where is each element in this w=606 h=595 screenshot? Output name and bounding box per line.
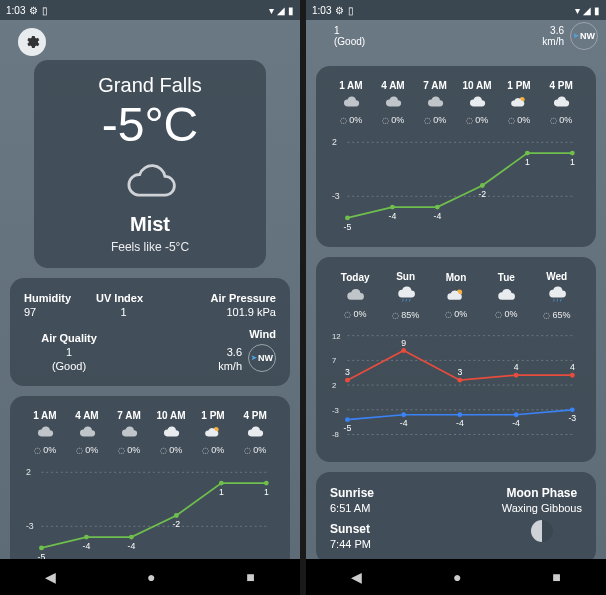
hourly-chart: 2-3-5-4-4-211 (330, 133, 582, 233)
wifi-icon: ▾ (575, 5, 580, 16)
svg-point-51 (345, 378, 350, 383)
hourly-card: 1 AM◌ 0% 4 AM◌ 0% 7 AM◌ 0% 10 AM◌ 0% 1 P… (316, 66, 596, 247)
moon-label: Moon Phase (502, 486, 582, 500)
hour-precip: 0% (169, 445, 182, 455)
svg-text:-4: -4 (434, 211, 442, 221)
status-time: 1:03 (6, 5, 25, 16)
status-bar: 1:03 ⚙ ▯ ▾ ◢ ▮ (0, 0, 300, 20)
recents-button[interactable]: ■ (246, 569, 254, 585)
hour-time: 1 PM (192, 410, 234, 421)
hour-precip: 0% (517, 115, 530, 125)
svg-point-26 (435, 205, 440, 210)
screen-content[interactable]: 1 AM◌ 0% 4 AM◌ 0% 7 AM◌ 0% 10 AM◌ 0% 1 P… (306, 56, 606, 559)
partly-sunny-icon (431, 287, 481, 305)
sunrise-label: Sunrise (330, 486, 374, 500)
city-name: Grand Falls (48, 74, 252, 97)
cloud-icon (150, 425, 192, 441)
wind-dir: NW (258, 353, 273, 363)
battery-icon: ▮ (288, 5, 294, 16)
cloud-icon (48, 161, 252, 207)
svg-text:1: 1 (219, 487, 224, 497)
svg-text:9: 9 (401, 338, 406, 348)
cloud-icon (481, 287, 531, 305)
screen-content[interactable]: Grand Falls -5°C Mist Feels like -5°C Hu… (0, 20, 300, 559)
rain-icon (532, 286, 582, 306)
recents-button[interactable]: ■ (552, 569, 560, 585)
svg-point-13 (219, 481, 224, 486)
drop-icon: ◌ (76, 446, 83, 455)
svg-line-36 (409, 299, 410, 302)
svg-point-9 (129, 535, 134, 540)
wifi-icon: ▾ (269, 5, 274, 16)
svg-text:-3: -3 (332, 406, 339, 415)
svg-text:-5: -5 (38, 552, 46, 559)
current-weather-card: Grand Falls -5°C Mist Feels like -5°C (34, 60, 266, 268)
hour-precip: 0% (253, 445, 266, 455)
svg-line-38 (553, 299, 554, 302)
drop-icon: ◌ (118, 446, 125, 455)
moon-value: Waxing Gibbous (502, 502, 582, 514)
svg-line-35 (406, 299, 407, 302)
drop-icon: ◌ (244, 446, 251, 455)
svg-point-32 (570, 151, 575, 156)
day-precip: 0% (353, 309, 366, 319)
status-time: 1:03 (312, 5, 331, 16)
svg-text:-3: -3 (332, 191, 340, 201)
stats-card: Humidity 97 UV Index 1 Air Pressure 101.… (10, 278, 290, 386)
hour-precip: 0% (127, 445, 140, 455)
svg-text:-3: -3 (568, 413, 576, 423)
svg-point-28 (480, 183, 485, 188)
sunset-value: 7:44 PM (330, 538, 374, 550)
back-button[interactable]: ◀ (351, 569, 362, 585)
hour-precip: 0% (211, 445, 224, 455)
hourly-header: 1 AM◌ 0% 4 AM◌ 0% 7 AM◌ 0% 10 AM◌ 0% 1 P… (330, 80, 582, 125)
hour-time: 7 AM (414, 80, 456, 91)
hour-precip: 0% (43, 445, 56, 455)
drop-icon: ◌ (202, 446, 209, 455)
hour-precip: 0% (433, 115, 446, 125)
svg-point-69 (570, 407, 575, 412)
moon-phase-icon (531, 520, 553, 542)
android-nav-bar: ◀ ● ■ (306, 559, 606, 595)
day-precip: 0% (454, 309, 467, 319)
card-icon: ▯ (348, 5, 354, 16)
cloud-icon (330, 287, 380, 305)
android-nav-bar: ◀ ● ■ (0, 559, 300, 595)
cloud-icon (330, 95, 372, 111)
stats-header-partial: 1 (Good) 3.6 km/h ➤ NW (306, 20, 606, 56)
aq-value: 1 (334, 25, 384, 36)
gear-icon: ⚙ (335, 5, 344, 16)
svg-point-24 (390, 205, 395, 210)
svg-text:-2: -2 (478, 189, 486, 199)
gear-icon (24, 34, 40, 50)
hour-time: 10 AM (150, 410, 192, 421)
svg-text:2: 2 (332, 137, 337, 147)
status-bar: 1:03 ⚙ ▯ ▾ ◢ ▮ (306, 0, 606, 20)
svg-point-30 (525, 151, 530, 156)
drop-icon: ◌ (34, 446, 41, 455)
pressure-label: Air Pressure (211, 292, 276, 304)
cloud-icon (108, 425, 150, 441)
astro-card: Sunrise 6:51 AM Sunset 7:44 PM Moon Phas… (316, 472, 596, 559)
home-button[interactable]: ● (147, 569, 155, 585)
day-precip: 0% (505, 309, 518, 319)
uv-value: 1 (96, 306, 151, 318)
sunrise-value: 6:51 AM (330, 502, 374, 514)
humidity-value: 97 (24, 306, 84, 318)
back-button[interactable]: ◀ (45, 569, 56, 585)
svg-point-11 (174, 513, 179, 518)
home-button[interactable]: ● (453, 569, 461, 585)
wind-direction-badge: ➤ NW (570, 22, 598, 50)
battery-icon: ▮ (594, 5, 600, 16)
humidity-label: Humidity (24, 292, 84, 304)
hour-time: 10 AM (456, 80, 498, 91)
hour-time: 1 PM (498, 80, 540, 91)
svg-point-61 (345, 417, 350, 422)
svg-text:1: 1 (264, 487, 269, 497)
day-precip: 65% (553, 310, 571, 320)
hour-time: 4 AM (372, 80, 414, 91)
temperature: -5°C (48, 101, 252, 149)
day-name: Mon (431, 272, 481, 283)
pressure-value: 101.9 kPa (211, 306, 276, 318)
settings-button[interactable] (18, 28, 46, 56)
